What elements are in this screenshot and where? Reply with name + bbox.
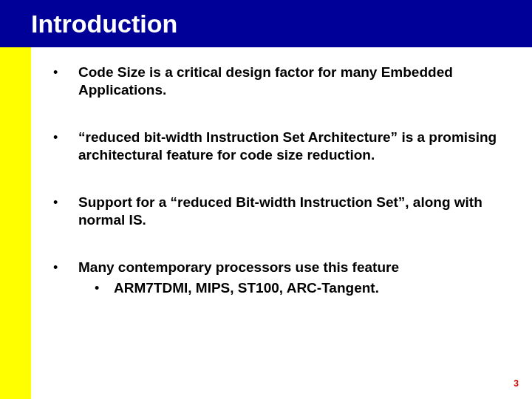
- page-number: 3: [514, 378, 519, 389]
- bullet-text: “reduced bit-width Instruction Set Archi…: [78, 129, 504, 164]
- bullet-icon: •: [95, 279, 114, 297]
- bullet-icon: •: [53, 64, 78, 99]
- list-item: • Many contemporary processors use this …: [53, 259, 504, 297]
- title-bar: Introduction: [0, 0, 532, 47]
- bullet-icon: •: [53, 194, 78, 229]
- content-area: • Code Size is a critical design factor …: [53, 64, 504, 297]
- list-item: • Code Size is a critical design factor …: [53, 64, 504, 99]
- sub-bullet-text: ARM7TDMI, MIPS, ST100, ARC-Tangent.: [114, 279, 379, 297]
- sub-list-item: • ARM7TDMI, MIPS, ST100, ARC-Tangent.: [95, 279, 399, 297]
- page-title: Introduction: [31, 10, 177, 38]
- bullet-icon: •: [53, 129, 78, 164]
- list-item: • Support for a “reduced Bit-width Instr…: [53, 194, 504, 229]
- bullet-text: Many contemporary processors use this fe…: [78, 259, 399, 276]
- sidebar-stripe: [0, 47, 31, 399]
- list-item: • “reduced bit-width Instruction Set Arc…: [53, 129, 504, 164]
- bullet-icon: •: [53, 259, 78, 297]
- bullet-body: Many contemporary processors use this fe…: [78, 259, 399, 297]
- bullet-text: Support for a “reduced Bit-width Instruc…: [78, 194, 504, 229]
- bullet-text: Code Size is a critical design factor fo…: [78, 64, 504, 99]
